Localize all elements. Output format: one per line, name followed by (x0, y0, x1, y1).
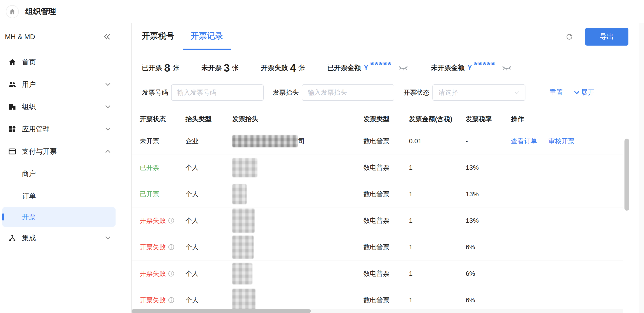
invoice-type-cell: 数电普票 (364, 137, 409, 146)
amount-cell: 1 (409, 190, 466, 198)
main-content: 开票税号 开票记录 导出 已开票8张未开票3张开票失败4张已开票金额¥*****… (132, 23, 644, 313)
sidebar-item-merchant[interactable]: 商户 (0, 162, 131, 185)
invoice-table: 开票状态抬头类型发票抬头发票类型发票金额(含税)发票税率操作 未开票企业司数电普… (132, 110, 623, 313)
chevron-down-icon (514, 90, 520, 96)
info-circle-icon[interactable] (168, 297, 174, 303)
chevron-down-icon (104, 103, 111, 110)
status-badge: 开票失败 (140, 243, 166, 252)
invoice-status-select[interactable]: 请选择 (432, 84, 526, 101)
table-row: 开票失败个人数电普票16% (132, 234, 623, 260)
card-icon (8, 148, 16, 155)
masked-amount: ***** (474, 60, 496, 70)
redacted-text (232, 158, 257, 177)
invoice-title-cell (232, 158, 364, 177)
status-badge: 开票失败 (140, 296, 166, 305)
eye-closed-icon[interactable] (502, 64, 512, 72)
view-order-link[interactable]: 查看订单 (511, 137, 537, 146)
vertical-scrollbar[interactable] (624, 138, 629, 211)
stat-0: 已开票8张 (142, 62, 179, 73)
stat-1: 未开票3张 (201, 62, 238, 73)
info-circle-icon[interactable] (168, 244, 174, 250)
currency-symbol: ¥ (364, 64, 368, 72)
column-header: 开票状态 (132, 115, 186, 124)
invoice-title-suffix: 司 (298, 137, 305, 146)
tax-rate-cell: 13% (466, 164, 511, 172)
chevron-up-icon (104, 148, 111, 155)
invoice-type-cell: 数电普票 (364, 243, 409, 252)
stat-value: 3 (224, 62, 230, 73)
status-cell: 已开票 (132, 163, 186, 172)
table-row: 已开票个人数电普票113% (132, 154, 623, 181)
sidebar-item-integration[interactable]: 集成 (0, 227, 131, 249)
sidebar-collapse-button[interactable] (103, 33, 111, 41)
invoice-title-input[interactable] (302, 84, 394, 101)
building-icon (8, 103, 16, 111)
eye-closed-icon[interactable] (398, 64, 408, 72)
amount-cell: 1 (409, 164, 466, 172)
status-cell: 开票失败 (132, 269, 186, 278)
sidebar-item-label: 开票 (22, 212, 36, 222)
filter-row: 发票号码 发票抬头 开票状态 请选择 重置 展开 (142, 84, 644, 101)
redacted-text (232, 135, 298, 147)
column-header: 发票类型 (364, 115, 409, 124)
select-placeholder: 请选择 (438, 88, 458, 97)
status-cell: 开票失败 (132, 296, 186, 305)
chevron-down-icon (573, 89, 580, 96)
title-type-cell: 个人 (186, 163, 232, 172)
table-body: 未开票企业司数电普票0.01-查看订单审核开票已开票个人数电普票113%已开票个… (132, 128, 623, 313)
invoice-status-label: 开票状态 (403, 88, 430, 97)
invoice-type-cell: 数电普票 (364, 163, 409, 172)
export-button[interactable]: 导出 (585, 28, 628, 46)
stat-value: 8 (164, 62, 170, 73)
amount-cell: 1 (409, 296, 466, 304)
sidebar: MH & MD 首页用户组织应用管理支付与开票商户订单开票集成 (0, 23, 132, 313)
sidebar-item-home[interactable]: 首页 (0, 51, 131, 73)
sidebar-header: MH & MD (0, 23, 131, 50)
status-badge: 已开票 (140, 163, 159, 172)
invoice-type-cell: 数电普票 (364, 190, 409, 198)
sidebar-item-invoicing[interactable]: 开票 (2, 207, 116, 227)
redacted-text (232, 263, 252, 284)
table-row: 开票失败个人数电普票16% (132, 260, 623, 287)
home-button[interactable] (6, 5, 19, 18)
sidebar-item-payment[interactable]: 支付与开票 (0, 140, 131, 162)
amount-cell: 1 (409, 244, 466, 251)
title-type-cell: 个人 (186, 216, 232, 225)
stat-unit: 张 (232, 63, 238, 72)
sidebar-menu: 首页用户组织应用管理支付与开票商户订单开票集成 (0, 50, 131, 249)
table-row: 未开票企业司数电普票0.01-查看订单审核开票 (132, 128, 623, 154)
stat-2: 开票失败4张 (261, 62, 305, 73)
integration-icon (8, 234, 16, 242)
sidebar-item-apps[interactable]: 应用管理 (0, 118, 131, 140)
column-header: 发票金额(含税) (409, 115, 466, 124)
stat-unit: 张 (298, 63, 305, 72)
info-circle-icon[interactable] (168, 218, 174, 224)
stat-label: 开票失败 (261, 63, 288, 72)
status-badge: 开票失败 (140, 216, 166, 225)
info-circle-icon[interactable] (168, 270, 174, 277)
double-chevron-left-icon (103, 33, 111, 41)
sidebar-item-label: 集成 (22, 233, 36, 243)
column-header: 操作 (511, 115, 623, 124)
reset-button[interactable]: 重置 (550, 88, 563, 97)
sidebar-item-users[interactable]: 用户 (0, 73, 131, 96)
redacted-text (232, 184, 247, 204)
sidebar-item-label: 商户 (22, 169, 36, 178)
tab-invoice-records[interactable]: 开票记录 (183, 23, 231, 50)
tab-invoice-tax-no[interactable]: 开票税号 (134, 23, 182, 50)
horizontal-scrollbar[interactable] (132, 309, 311, 313)
sidebar-item-orders[interactable]: 订单 (0, 185, 131, 207)
amount-cell: 1 (409, 270, 466, 278)
sidebar-item-org[interactable]: 组织 (0, 96, 131, 118)
status-cell: 已开票 (132, 190, 186, 198)
expand-button[interactable]: 展开 (573, 88, 594, 97)
status-cell: 开票失败 (132, 243, 186, 252)
review-invoice-link[interactable]: 审核开票 (548, 137, 574, 146)
refresh-button[interactable] (566, 33, 573, 40)
status-badge: 未开票 (140, 137, 159, 146)
invoice-title-cell (232, 184, 364, 204)
column-header: 发票抬头 (232, 115, 364, 124)
window-scroll-gutter (639, 13, 644, 313)
invoice-no-input[interactable] (171, 84, 264, 101)
chevron-down-icon (104, 126, 111, 132)
